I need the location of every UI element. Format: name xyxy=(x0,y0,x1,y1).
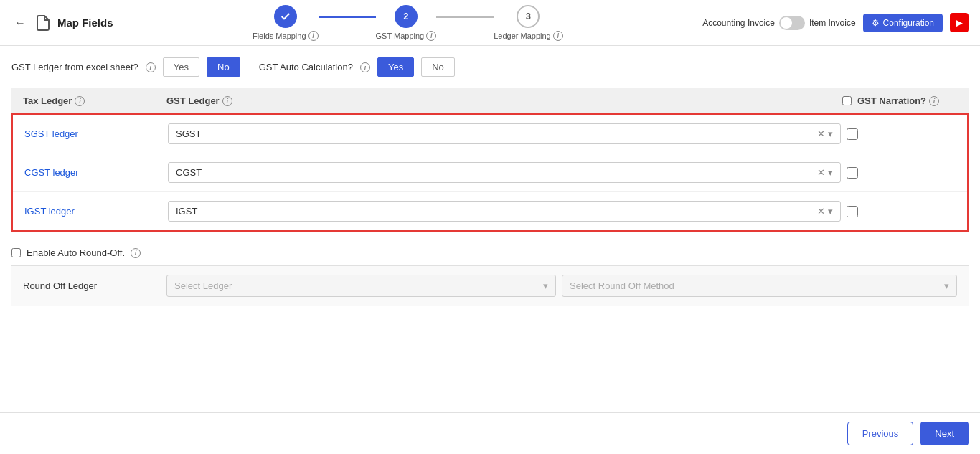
step1-circle xyxy=(274,5,297,28)
header-left: ← Map Fields xyxy=(11,14,113,32)
select-roundoff-method-dropdown[interactable]: Select Round Off Method ▾ xyxy=(562,275,957,297)
step2-circle: 2 xyxy=(395,5,418,28)
select-method-chevron: ▾ xyxy=(944,280,949,291)
footer: Previous Next xyxy=(0,412,980,454)
next-button[interactable]: Next xyxy=(920,422,969,445)
gst-auto-calc-label: GST Auto Calculation? xyxy=(259,62,353,72)
gst-auto-yes-button[interactable]: Yes xyxy=(377,57,414,77)
header: ← Map Fields Fields Mapping i 2 GST xyxy=(0,0,980,46)
main-content: GST Ledger from excel sheet? i Yes No GS… xyxy=(0,46,980,317)
invoice-toggle[interactable] xyxy=(779,16,805,30)
gst-ledger-col-header: GST Ledger i xyxy=(166,95,842,106)
config-icon: ⚙ xyxy=(872,18,880,28)
sgst-label: SGST ledger xyxy=(24,128,168,139)
cgst-narration-checkbox[interactable] xyxy=(847,167,858,179)
gst-ledger-label: GST Ledger from excel sheet? xyxy=(11,62,138,72)
tax-ledger-info-icon[interactable]: i xyxy=(75,96,85,106)
step2-info-icon[interactable]: i xyxy=(426,31,436,41)
sgst-clear-icon[interactable]: ✕ xyxy=(817,128,825,139)
connector-1-2 xyxy=(319,16,376,18)
igst-clear-icon[interactable]: ✕ xyxy=(817,206,825,217)
select-ledger-dropdown[interactable]: Select Ledger ▾ xyxy=(166,275,556,297)
sgst-dropdown-icon[interactable]: ▾ xyxy=(828,128,833,139)
igst-label: IGST ledger xyxy=(24,206,168,217)
select-ledger-chevron: ▾ xyxy=(543,280,548,291)
step3-info-icon[interactable]: i xyxy=(553,31,563,41)
stepper: Fields Mapping i 2 GST Mapping i 3 Ledge… xyxy=(113,5,703,41)
step1-info-icon[interactable]: i xyxy=(308,31,319,41)
igst-dropdown-icon[interactable]: ▾ xyxy=(828,206,833,217)
gst-ledger-no-button[interactable]: No xyxy=(207,57,240,77)
accounting-invoice-label: Accounting Invoice xyxy=(702,18,775,28)
cgst-clear-icon[interactable]: ✕ xyxy=(817,167,825,178)
table-row: IGST ledger IGST ✕ ▾ xyxy=(13,192,967,230)
gst-section: SGST ledger SGST ✕ ▾ CGST ledger CGST xyxy=(11,113,969,232)
auto-roundoff-label: Enable Auto Round-Off. xyxy=(27,247,125,258)
step-fields-mapping: Fields Mapping i xyxy=(253,5,319,41)
item-invoice-label: Item Invoice xyxy=(809,18,856,28)
step-gst-mapping: 2 GST Mapping i xyxy=(376,5,437,41)
connector-2-3 xyxy=(436,16,494,18)
step3-label: Ledger Mapping i xyxy=(494,31,563,41)
back-button[interactable]: ← xyxy=(11,14,29,32)
roundoff-row: Round Off Ledger Select Ledger ▾ Select … xyxy=(11,265,969,306)
gst-ledger-yes-button[interactable]: Yes xyxy=(163,57,199,77)
step-ledger-mapping: 3 Ledger Mapping i xyxy=(494,5,563,41)
gst-narration-col-header: GST Narration? i xyxy=(842,95,957,106)
auto-roundoff-row: Enable Auto Round-Off. i xyxy=(11,240,969,265)
page-title: Map Fields xyxy=(57,16,113,29)
gst-narration-info-icon[interactable]: i xyxy=(929,96,939,106)
step3-circle: 3 xyxy=(517,5,540,28)
configuration-button[interactable]: ⚙ Configuration xyxy=(863,14,943,32)
igst-narration-cell xyxy=(841,206,956,217)
document-icon xyxy=(34,14,52,32)
youtube-button[interactable]: ▶ xyxy=(950,13,969,32)
tax-ledger-col-header: Tax Ledger i xyxy=(23,95,166,106)
previous-button[interactable]: Previous xyxy=(847,422,914,445)
gst-auto-no-button[interactable]: No xyxy=(421,57,455,77)
table-header: Tax Ledger i GST Ledger i GST Narration?… xyxy=(11,88,969,113)
table-row: SGST ledger SGST ✕ ▾ xyxy=(13,115,967,153)
cgst-narration-cell xyxy=(841,167,956,179)
cgst-dropdown-icon[interactable]: ▾ xyxy=(828,167,833,178)
sgst-narration-cell xyxy=(841,128,956,140)
gst-ledger-col-info-icon[interactable]: i xyxy=(222,96,232,106)
header-right: Accounting Invoice Item Invoice ⚙ Config… xyxy=(702,13,969,32)
table-row: CGST ledger CGST ✕ ▾ xyxy=(13,153,967,192)
step1-label: Fields Mapping i xyxy=(253,31,319,41)
auto-roundoff-checkbox[interactable] xyxy=(11,248,21,257)
invoice-toggle-group: Accounting Invoice Item Invoice xyxy=(702,16,855,30)
step2-label: GST Mapping i xyxy=(376,31,437,41)
gst-auto-calc-info-icon[interactable]: i xyxy=(360,62,370,72)
gst-narration-checkbox[interactable] xyxy=(842,96,852,105)
igst-select[interactable]: IGST ✕ ▾ xyxy=(168,201,841,222)
cgst-select[interactable]: CGST ✕ ▾ xyxy=(168,162,841,183)
youtube-icon: ▶ xyxy=(956,17,963,28)
auto-roundoff-info-icon[interactable]: i xyxy=(131,248,141,258)
gst-ledger-info-icon[interactable]: i xyxy=(146,62,156,72)
cgst-label: CGST ledger xyxy=(24,167,168,178)
sgst-select[interactable]: SGST ✕ ▾ xyxy=(168,123,841,144)
gst-ledger-row: GST Ledger from excel sheet? i Yes No GS… xyxy=(11,57,969,77)
sgst-narration-checkbox[interactable] xyxy=(847,128,858,140)
igst-narration-checkbox[interactable] xyxy=(847,206,858,217)
roundoff-label: Round Off Ledger xyxy=(23,280,166,291)
